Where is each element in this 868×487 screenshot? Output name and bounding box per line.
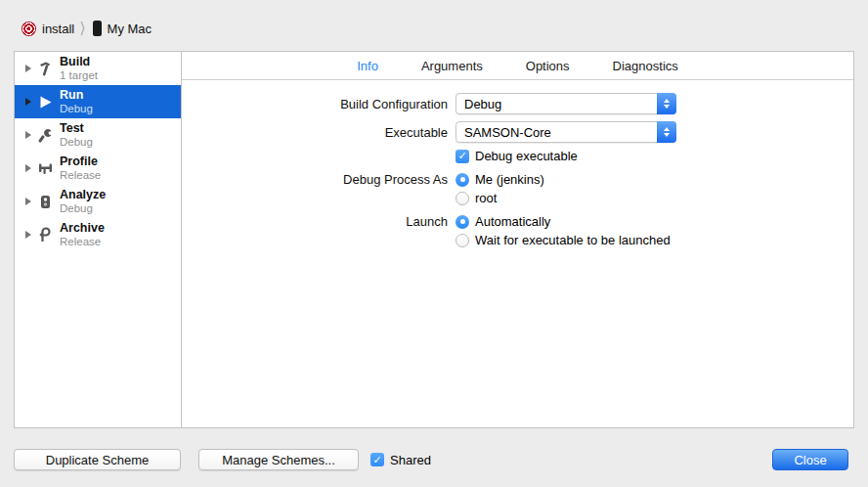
sidebar-item-title: Analyze [60, 188, 106, 201]
sidebar-item-subtitle: Debug [60, 103, 93, 115]
executable-value: SAMSON-Core [456, 125, 657, 140]
debug-executable-checkbox[interactable]: ✓ Debug executable [456, 149, 578, 163]
footer-bar: Duplicate Scheme Manage Schemes... ✓ Sha… [0, 442, 868, 477]
scheme-editor-panel: Build 1 target Run Debug Test Debug [14, 51, 854, 428]
scheme-detail-pane: Info Arguments Options Diagnostics Build… [182, 52, 853, 427]
sidebar-item-subtitle: Release [60, 169, 101, 182]
debug-process-as-radio-me[interactable]: Me (jenkins) [456, 172, 544, 187]
destination-name[interactable]: My Mac [108, 22, 152, 36]
sidebar-item-test[interactable]: Test Debug [15, 118, 181, 152]
debug-process-as-radio-root[interactable]: root [456, 191, 497, 205]
close-button[interactable]: Close [772, 449, 848, 470]
sidebar-item-title: Profile [60, 155, 101, 168]
tab-bar: Info Arguments Options Diagnostics [182, 52, 853, 80]
tab-arguments[interactable]: Arguments [421, 59, 483, 73]
disclosure-triangle-icon[interactable] [25, 198, 31, 205]
sidebar-item-subtitle: Debug [60, 202, 106, 215]
tab-options[interactable]: Options [526, 59, 570, 73]
launch-radio-automatically[interactable]: Automatically [456, 214, 550, 229]
sidebar-item-title: Build [60, 55, 98, 68]
archive-icon [35, 225, 55, 244]
sidebar-item-run[interactable]: Run Debug [15, 85, 181, 118]
debug-process-as-label: Debug Process As [182, 172, 456, 187]
radio-selected-icon [456, 215, 469, 229]
executable-label: Executable [182, 125, 456, 140]
disclosure-triangle-icon[interactable] [25, 98, 31, 106]
executable-popup[interactable]: SAMSON-Core [456, 121, 676, 143]
sidebar-item-subtitle: Debug [60, 136, 93, 149]
radio-selected-icon [456, 173, 469, 187]
debug-executable-label: Debug executable [475, 149, 578, 163]
scheme-actions-sidebar: Build 1 target Run Debug Test Debug [15, 52, 182, 427]
breadcrumb-chevron-icon: 〉 [80, 19, 84, 38]
run-info-form: Build Configuration Debug Executable SAM… [182, 80, 853, 254]
scheme-target-icon[interactable] [22, 22, 36, 36]
breadcrumb: install 〉 My Mac [22, 18, 152, 39]
sidebar-item-title: Archive [60, 221, 105, 235]
checkbox-check-icon: ✓ [456, 150, 469, 163]
shared-label: Shared [390, 453, 431, 467]
sidebar-item-subtitle: Release [60, 236, 105, 248]
build-configuration-popup[interactable]: Debug [456, 93, 676, 114]
sidebar-item-title: Test [60, 121, 93, 135]
sidebar-item-build[interactable]: Build 1 target [15, 52, 181, 85]
disclosure-triangle-icon[interactable] [25, 231, 31, 239]
play-icon [35, 92, 55, 111]
launch-label: Launch [182, 214, 456, 229]
build-configuration-value: Debug [456, 97, 657, 111]
duplicate-scheme-button[interactable]: Duplicate Scheme [14, 449, 181, 470]
scheme-name[interactable]: install [42, 22, 74, 36]
sidebar-item-analyze[interactable]: Analyze Debug [15, 185, 181, 218]
popup-stepper-icon [657, 93, 676, 114]
tab-info[interactable]: Info [357, 59, 378, 73]
radio-unselected-icon [456, 192, 469, 205]
checkbox-check-icon: ✓ [370, 453, 384, 466]
popup-stepper-icon [657, 121, 676, 143]
wrench-icon [35, 125, 55, 145]
manage-schemes-button[interactable]: Manage Schemes... [198, 449, 359, 470]
radio-unselected-icon [456, 234, 469, 247]
shared-checkbox[interactable]: ✓ Shared [370, 453, 431, 467]
sidebar-item-archive[interactable]: Archive Release [15, 218, 181, 251]
sidebar-item-profile[interactable]: Profile Release [15, 152, 181, 185]
hammer-icon [35, 59, 55, 78]
gauge-icon [35, 158, 55, 178]
build-configuration-label: Build Configuration [182, 97, 456, 111]
disclosure-triangle-icon[interactable] [25, 164, 31, 172]
tab-diagnostics[interactable]: Diagnostics [613, 59, 678, 73]
destination-device-icon[interactable] [93, 21, 102, 36]
analyze-icon [35, 192, 55, 211]
disclosure-triangle-icon[interactable] [25, 65, 31, 72]
sidebar-item-title: Run [60, 88, 93, 102]
launch-radio-wait[interactable]: Wait for executable to be launched [456, 233, 671, 247]
sidebar-item-subtitle: 1 target [60, 69, 98, 82]
disclosure-triangle-icon[interactable] [25, 131, 31, 139]
